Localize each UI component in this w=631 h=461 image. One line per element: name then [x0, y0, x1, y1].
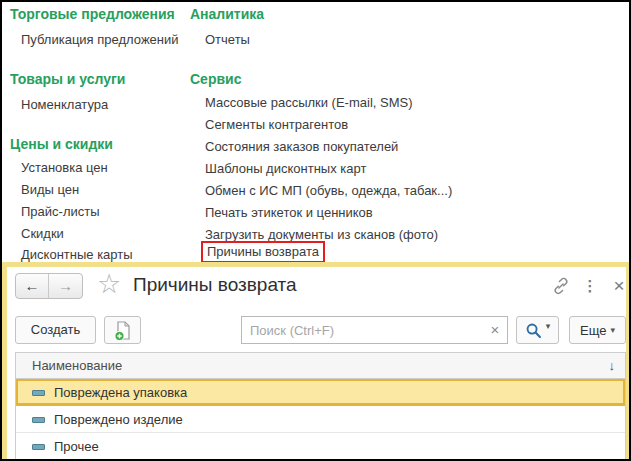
table-row[interactable]: Повреждена упаковка [16, 379, 625, 406]
kebab-menu-icon: ⋮ [583, 277, 598, 294]
menu-section-service: Сервис [190, 71, 241, 87]
star-icon: ☆ [97, 269, 121, 299]
magnifier-icon [525, 322, 542, 339]
return-reasons-window: ← → ☆ Причины возврата ⋮ × Создать [2, 262, 629, 461]
more-actions-button[interactable]: ⋮ [579, 276, 601, 296]
menu-section-goods-services: Товары и услуги [10, 71, 125, 87]
history-nav-group: ← → [15, 273, 83, 299]
catalog-item-icon [32, 390, 45, 396]
row-label: Прочее [54, 439, 99, 454]
favorite-star-button[interactable]: ☆ [97, 269, 121, 299]
dropdown-caret-icon: ▾ [610, 325, 615, 335]
search-clear-button[interactable]: × [483, 317, 507, 343]
menu-section-analytics: Аналитика [190, 6, 264, 22]
menu-item-load-scans[interactable]: Загрузить документы из сканов (фото) [205, 227, 438, 242]
row-label: Повреждено изделие [54, 412, 183, 427]
more-button-label: Еще [580, 323, 606, 338]
menu-item-mass-mailings[interactable]: Массовые рассылки (E-mail, SMS) [205, 95, 413, 110]
screenshot-root: Торговые предложения Публикация предложе… [0, 0, 631, 461]
get-link-button[interactable] [550, 276, 572, 296]
menu-item-nomenclature[interactable]: Номенклатура [21, 97, 108, 112]
menu-item-reports[interactable]: Отчеты [205, 32, 250, 47]
forward-arrow-icon: → [58, 277, 73, 294]
window-title: Причины возврата [133, 274, 297, 296]
sort-descending-icon: ↓ [609, 353, 616, 378]
reasons-table: Наименование ↓ Повреждена упаковка Повре… [15, 352, 626, 460]
dropdown-caret-icon: ▾ [546, 321, 551, 331]
create-button[interactable]: Создать [15, 316, 96, 344]
menu-item-discounts[interactable]: Скидки [21, 226, 64, 241]
column-header-label: Наименование [32, 358, 122, 373]
catalog-item-icon [32, 444, 45, 450]
menu-item-return-reasons[interactable]: Причины возврата [201, 241, 325, 263]
forward-button[interactable]: → [49, 274, 82, 298]
search-options-button[interactable]: ▾ [516, 316, 559, 344]
search-input[interactable] [242, 317, 483, 343]
table-row[interactable]: Прочее [16, 433, 625, 460]
back-arrow-icon: ← [25, 277, 40, 294]
link-chain-icon [551, 276, 571, 296]
search-box: × [241, 316, 508, 344]
column-header-name[interactable]: Наименование ↓ [16, 353, 625, 379]
menu-section-prices-discounts: Цены и скидки [10, 136, 113, 152]
menu-item-price-setting[interactable]: Установка цен [21, 160, 108, 175]
menu-item-price-types[interactable]: Виды цен [21, 182, 79, 197]
menu-item-discount-cards[interactable]: Дисконтные карты [21, 247, 133, 262]
menu-item-order-states[interactable]: Состояния заказов покупателей [205, 139, 398, 154]
menu-item-counterparty-segments[interactable]: Сегменты контрагентов [205, 117, 348, 132]
close-icon: × [613, 275, 624, 296]
create-group-button[interactable] [104, 316, 141, 344]
table-row[interactable]: Повреждено изделие [16, 406, 625, 433]
menu-item-publish-offers[interactable]: Публикация предложений [21, 32, 179, 47]
menu-item-card-templates[interactable]: Шаблоны дисконтных карт [205, 161, 366, 176]
back-button[interactable]: ← [16, 274, 49, 298]
menu-section-trade-offers: Торговые предложения [10, 6, 175, 22]
clear-x-icon: × [491, 321, 500, 338]
catalog-item-icon [32, 417, 45, 423]
new-item-page-plus-icon [113, 320, 133, 342]
menu-item-price-lists[interactable]: Прайс-листы [21, 204, 100, 219]
row-label: Повреждена упаковка [54, 385, 187, 400]
close-button[interactable]: × [608, 276, 630, 296]
more-button[interactable]: Еще▾ [569, 316, 626, 344]
menu-item-ismp-exchange[interactable]: Обмен с ИС МП (обувь, одежда, табак...) [205, 183, 452, 198]
menu-item-print-labels[interactable]: Печать этикеток и ценников [205, 205, 373, 220]
